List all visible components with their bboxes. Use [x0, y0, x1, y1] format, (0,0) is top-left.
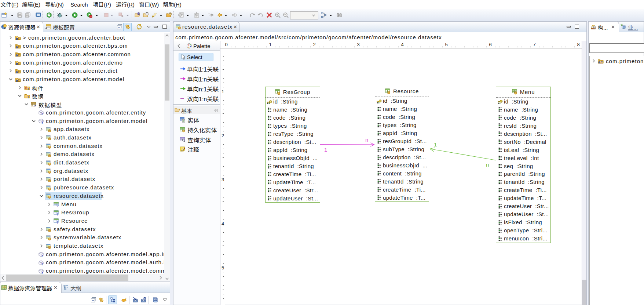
svg-text:?: ? [57, 221, 59, 224]
svg-text:?: ? [57, 213, 59, 216]
svg-text:?: ? [41, 271, 43, 274]
svg-text:1: 1 [434, 141, 437, 148]
svg-text:?: ? [57, 204, 59, 207]
svg-text:?: ? [28, 95, 29, 99]
svg-text:1: 1 [324, 146, 327, 153]
svg-text:?: ? [601, 61, 603, 64]
svg-text:?: ? [41, 262, 43, 266]
svg-text:?: ? [34, 104, 36, 108]
svg-text:n: n [486, 161, 489, 168]
svg-text:?: ? [41, 112, 43, 116]
svg-text:n: n [365, 137, 368, 143]
svg-text:?: ? [28, 87, 29, 91]
svg-text:?: ? [41, 121, 43, 124]
svg-text:?: ? [41, 254, 43, 257]
